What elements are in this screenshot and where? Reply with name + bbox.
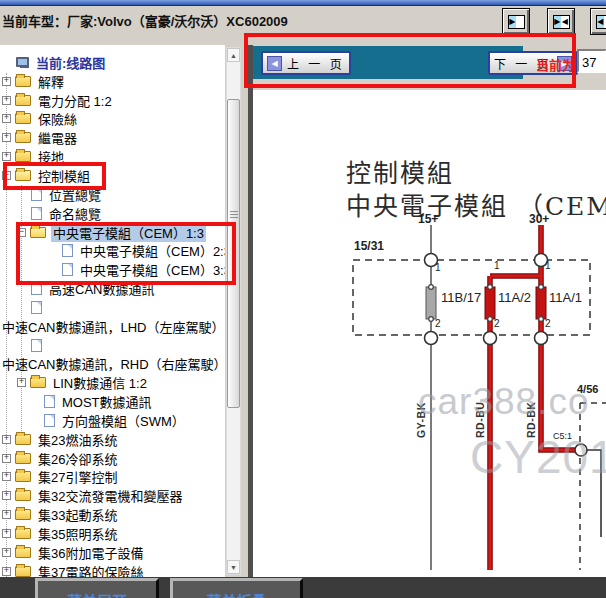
expander-icon[interactable]: + (2, 491, 11, 500)
tree-item-label: 中速CAN數據通訊，LHD（左座駕駛） (0, 317, 225, 336)
prev-page-label: 上 一 页 (287, 55, 345, 72)
doc-icon (44, 395, 55, 408)
folder-icon (15, 151, 31, 162)
pane-expand-left-icon: ◀ (596, 15, 606, 29)
tree-item-label: 保險絲 (36, 109, 79, 128)
tree-item-label: 命名總覽 (47, 204, 103, 223)
doc-icon (31, 301, 42, 314)
tree-item[interactable]: + 集33起動系统 (0, 505, 225, 524)
tree-item[interactable]: + 解釋 (0, 72, 225, 91)
expander-icon[interactable]: + (2, 435, 11, 444)
expander-icon[interactable]: + (2, 472, 11, 481)
tree-item-label: 集35照明系统 (36, 524, 119, 543)
tree-item[interactable] (0, 298, 225, 317)
tree-item-label: 集33起動系统 (36, 505, 119, 524)
scrollbar-thumb[interactable] (227, 99, 240, 408)
tree-item[interactable]: + 集32交流發電機和變壓器 (0, 486, 225, 505)
tree-item[interactable]: 中央電子模組（CEM）3:3 (0, 260, 225, 279)
expander-icon[interactable]: − (2, 171, 11, 180)
expander-icon[interactable]: + (2, 454, 11, 463)
tree-item[interactable]: + 集36附加電子設備 (0, 543, 225, 562)
doc-icon (31, 282, 42, 295)
tree-item[interactable]: 中央電子模組（CEM）2:3 (0, 241, 225, 260)
sidebar-scrollbar[interactable]: ▲ ▼ (226, 47, 241, 575)
expander-icon[interactable]: + (2, 96, 11, 105)
tree-item-label: 中央電子模組（CEM）2:3 (78, 241, 225, 260)
tree-item[interactable]: 命名總覽 (0, 204, 225, 223)
pane-expand-right-icon: ▶ (508, 15, 525, 29)
prev-page-button[interactable]: ◀ 上 一 页 (261, 51, 351, 75)
expander-icon[interactable]: + (2, 114, 11, 123)
fuse-11A2 (485, 287, 495, 319)
tree-item[interactable]: + LIN數據通信 1:2 (0, 373, 225, 392)
tree-item[interactable]: + 集37電路的保險絲 (0, 562, 225, 577)
doc-icon (44, 414, 55, 427)
tree-item-label: 高速CAN數據通訊 (47, 279, 156, 298)
doc-icon (31, 188, 42, 201)
expander-icon[interactable]: + (2, 529, 11, 538)
expander-icon[interactable]: + (17, 378, 26, 387)
current-page-label: 当前为 (536, 55, 575, 74)
folder-icon (15, 490, 31, 501)
folder-icon (15, 547, 31, 558)
tree-item[interactable]: 高速CAN數據通訊 (0, 279, 225, 298)
computer-icon (16, 57, 29, 67)
menu-collapse-button[interactable]: 菜单折叠 (170, 578, 303, 598)
folder-icon (15, 113, 31, 124)
tree-item[interactable]: + 接地 (0, 147, 225, 166)
folder-icon (15, 528, 31, 539)
tree-item-label: 集23燃油系统 (36, 430, 119, 449)
fuse2-pin2-label: 2 (494, 318, 500, 329)
panes-collapse-icon: ▶◀ (553, 15, 570, 29)
folder-icon (15, 132, 31, 143)
tree-item[interactable]: + 集27引擎控制 (0, 468, 225, 487)
panes-collapse-button[interactable]: ▶◀ (547, 8, 575, 35)
doc-icon (62, 263, 73, 276)
fuse1-pin1-label: 1 (435, 262, 441, 273)
page-nav-bar: ◀ 上 一 页 下 一 页 ▶ 当前为 (253, 45, 606, 90)
folder-icon (15, 76, 31, 87)
folder-icon (30, 377, 46, 388)
expander-icon[interactable]: + (2, 510, 11, 519)
folder-icon (15, 566, 31, 577)
folder-icon (15, 434, 31, 445)
scroll-down-arrow-icon[interactable]: ▼ (227, 560, 240, 574)
tree-item[interactable]: 方向盤模組（SWM） (0, 411, 225, 430)
tree-item[interactable]: + 電力分配 1:2 (0, 91, 225, 110)
expander-icon[interactable]: + (2, 548, 11, 557)
tree-item[interactable]: + 保險絲 (0, 110, 225, 129)
expander-icon[interactable]: + (2, 77, 11, 86)
scroll-up-arrow-icon[interactable]: ▲ (227, 48, 240, 62)
tree-item-label: MOST數據通訊 (60, 392, 154, 411)
watermark-text-2: CY2016 (470, 430, 606, 484)
fuse2-pin1-label: 1 (494, 260, 500, 271)
tree-item[interactable]: 当前:线路图 (0, 53, 225, 72)
pane-expand-right-button[interactable]: ▶ (502, 8, 530, 35)
doc-icon (31, 339, 42, 352)
pane-expand-left-button[interactable]: ◀ (590, 8, 606, 35)
tree-item[interactable]: 中速CAN數據通訊，LHD（左座駕駛） (0, 317, 225, 336)
menu-expand-button[interactable]: 菜单展开 (35, 578, 159, 598)
tree-item[interactable]: + 集26冷卻系统 (0, 449, 225, 468)
tree-item[interactable]: + 集35照明系统 (0, 524, 225, 543)
diagram-title-line2: 中央電子模組 （CEM）1: (346, 186, 606, 222)
expander-icon[interactable]: + (2, 133, 11, 142)
tree-item[interactable]: + 集23燃油系统 (0, 430, 225, 449)
expander-icon[interactable]: − (17, 228, 26, 237)
fuse-11A1 (536, 287, 546, 319)
tree-item[interactable]: 位置總覽 (0, 185, 225, 204)
tree-item-label: 集27引擎控制 (36, 467, 119, 486)
tree-item[interactable]: − 控制模組 (0, 166, 225, 185)
expander-icon[interactable]: + (2, 152, 11, 161)
fuse1-pin2-label: 2 (435, 318, 441, 329)
page-number-input[interactable] (577, 49, 606, 73)
tree-item-label: 接地 (36, 147, 66, 166)
scrollbar-grip (230, 211, 238, 218)
expander-icon[interactable]: + (2, 567, 11, 576)
tree-item[interactable]: MOST數據通訊 (0, 392, 225, 411)
tree-item[interactable] (0, 336, 225, 355)
tree-item[interactable]: − 中央電子模組（CEM）1:3 (0, 223, 225, 242)
tree-item-label: 中央電子模組（CEM）1:3 (51, 223, 206, 242)
tree-item[interactable]: 中速CAN數據通訊，RHD（右座駕駛） (0, 355, 225, 374)
tree-item[interactable]: + 繼電器 (0, 128, 225, 147)
